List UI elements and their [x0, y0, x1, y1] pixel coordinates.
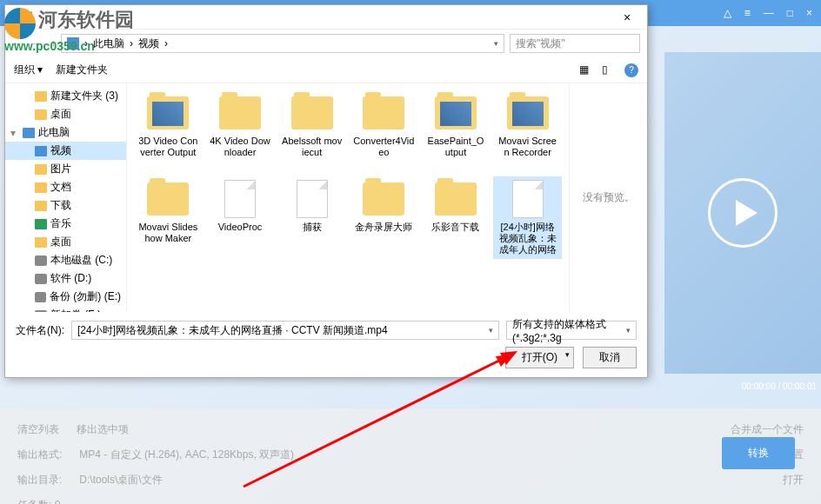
file-grid[interactable]: 3D Video Converter Output4K Video Downlo… [127, 83, 569, 312]
tree-item[interactable]: 桌面 [5, 105, 126, 123]
file-label: Converter4Video [353, 136, 415, 158]
disk-icon [35, 255, 47, 266]
dialog-footer: 文件名(N): [24小时]网络视频乱象：未成年人的网络直播 · CCTV 新闻… [5, 312, 647, 377]
tree-item-label: 音乐 [50, 216, 71, 231]
folder-icon [147, 96, 189, 129]
watermark-url: www.pc0359.cn [4, 39, 95, 53]
clear-list-button[interactable]: 清空列表 [17, 422, 59, 437]
watermark: 河东软件园 www.pc0359.cn [4, 7, 134, 53]
tree-item[interactable]: 下载 [5, 196, 126, 215]
filetype-select[interactable]: 所有支持的媒体格式(*.3g2;*.3g ▾ [506, 321, 637, 340]
file-item[interactable]: 3D Video Converter Output [134, 90, 203, 173]
maximize-icon[interactable]: □ [787, 7, 793, 19]
tree-item[interactable]: 音乐 [5, 215, 126, 233]
help-icon[interactable]: ? [624, 63, 638, 77]
file-label: [24小时]网络视频乱象：未成年人的网络直播 · CCTV 新闻频... [497, 222, 558, 255]
organize-button[interactable]: 组织 ▾ [14, 63, 43, 77]
output-dir-label: 输出目录: [17, 473, 62, 487]
close-icon[interactable]: × [806, 7, 812, 19]
task-count: 任务数: 0 [17, 498, 60, 504]
file-item[interactable]: Movavi Slideshow Maker [134, 176, 203, 259]
tree-item-label: 软件 (D:) [50, 271, 91, 286]
tree-item-label: 备份 (勿删) (E:) [50, 289, 121, 304]
path-dropdown-icon[interactable]: ▾ [494, 39, 498, 48]
tree-item-label: 本地磁盘 (C:) [50, 253, 112, 268]
tree-item[interactable]: 新建文件夹 (3) [5, 87, 126, 105]
play-button[interactable] [708, 178, 778, 248]
tree-item-label: 桌面 [50, 235, 71, 249]
folder-icon [291, 96, 333, 129]
tree-item-label: 新建文件夹 (3) [50, 89, 118, 103]
folder-icon [35, 182, 47, 193]
dialog-close-button[interactable]: × [614, 10, 640, 24]
filename-input[interactable]: [24小时]网络视频乱象：未成年人的网络直播 · CCTV 新闻频道.mp4 ▾ [71, 321, 499, 340]
no-preview-text: 没有预览。 [583, 190, 635, 205]
file-item[interactable]: [24小时]网络视频乱象：未成年人的网络直播 · CCTV 新闻频... [493, 176, 562, 259]
document-icon [224, 180, 256, 218]
play-icon [736, 200, 758, 226]
open-button[interactable]: 打开(O) ▾ [505, 347, 574, 368]
pc-icon [23, 128, 35, 138]
path-seg-videos[interactable]: 视频 [138, 36, 159, 51]
tree-item[interactable]: ▾此电脑 [5, 123, 126, 142]
filetype-value: 所有支持的媒体格式(*.3g2;*.3g [512, 317, 626, 344]
timeline-text: 00:00:00 / 00:00:01 [742, 381, 817, 391]
filename-dropdown-icon[interactable]: ▾ [489, 326, 493, 335]
file-label: 捕获 [303, 222, 322, 233]
file-open-dialog: 打开 × ← → ↑ › 此电脑 › 视频 › ▾ 搜索"视频" 组织 ▾ 新建… [4, 4, 648, 378]
document-icon [297, 180, 328, 218]
output-dir-value[interactable]: D:\tools\桌面\文件 [79, 473, 162, 487]
file-label: 金舟录屏大师 [355, 222, 412, 233]
tree-item[interactable]: 文档 [5, 178, 126, 196]
app-bottom-panel: 清空列表 移出选中项 合并成一个文件 输出格式: MP4 - 自定义 (H.26… [0, 408, 821, 504]
file-item[interactable]: 4K Video Downloader [206, 90, 275, 173]
tree-item[interactable]: 本地磁盘 (C:) [5, 251, 126, 269]
file-item[interactable]: Abelssoft moviecut [277, 90, 346, 173]
file-item[interactable]: Converter4Video [350, 90, 418, 173]
search-placeholder: 搜索"视频" [516, 36, 565, 51]
file-item[interactable]: Movavi Screen Recorder [493, 90, 562, 173]
tree-item[interactable]: 图片 [5, 160, 126, 178]
tree-item-label: 下载 [50, 198, 71, 213]
merge-checkbox[interactable]: 合并成一个文件 [731, 422, 804, 437]
output-format-label: 输出格式: [17, 448, 62, 462]
file-item[interactable]: EasePaint_Output [422, 90, 491, 173]
file-label: Abelssoft moviecut [281, 136, 343, 158]
tree-item[interactable]: 备份 (勿删) (E:) [5, 288, 126, 306]
view-mode-icon[interactable]: ▦ [579, 63, 593, 77]
file-label: VideoProc [218, 222, 263, 233]
document-icon [512, 180, 544, 218]
convert-button[interactable]: 转换 [722, 437, 795, 469]
tree-item[interactable]: 软件 (D:) [5, 269, 126, 288]
minimize-icon[interactable]: — [764, 7, 774, 19]
open-dir-button[interactable]: 打开 [783, 473, 804, 487]
search-input[interactable]: 搜索"视频" [510, 34, 640, 53]
tree-item-label: 文档 [50, 180, 71, 195]
file-label: EasePaint_Output [425, 136, 487, 158]
cancel-button[interactable]: 取消 [583, 347, 637, 368]
remove-selected-button[interactable]: 移出选中项 [77, 422, 129, 437]
output-format-value[interactable]: MP4 - 自定义 (H.264), AAC, 128Kbps, 双声道) [79, 448, 294, 462]
folder-icon [507, 96, 549, 129]
user-icon[interactable]: △ [724, 7, 731, 19]
file-item[interactable]: 乐影音下载 [422, 176, 491, 259]
file-item[interactable]: 金舟录屏大师 [350, 176, 418, 259]
tree-item[interactable]: 桌面 [5, 233, 126, 251]
watermark-title: 河东软件园 [38, 9, 134, 30]
tree-item[interactable]: 新加卷 (F:) [5, 306, 126, 312]
filetype-dropdown-icon[interactable]: ▾ [626, 326, 631, 335]
file-item[interactable]: VideoProc [206, 176, 275, 259]
dialog-toolbar: 组织 ▾ 新建文件夹 ▦ ▯ ? [5, 57, 647, 83]
file-item[interactable]: 捕获 [277, 176, 346, 259]
new-folder-button[interactable]: 新建文件夹 [56, 63, 108, 77]
filename-value: [24小时]网络视频乱象：未成年人的网络直播 · CCTV 新闻频道.mp4 [77, 323, 388, 338]
preview-toggle-icon[interactable]: ▯ [602, 63, 616, 77]
folder-icon [363, 96, 404, 129]
folder-icon [35, 91, 47, 102]
music-icon [35, 219, 47, 229]
folder-tree[interactable]: 新建文件夹 (3)桌面▾此电脑视频图片文档下载音乐桌面本地磁盘 (C:)软件 (… [5, 83, 127, 312]
menu-icon[interactable]: ≡ [744, 7, 751, 19]
tree-item[interactable]: 视频 [5, 142, 126, 160]
tree-item-label: 此电脑 [38, 125, 70, 140]
tree-item-label: 图片 [50, 162, 71, 176]
